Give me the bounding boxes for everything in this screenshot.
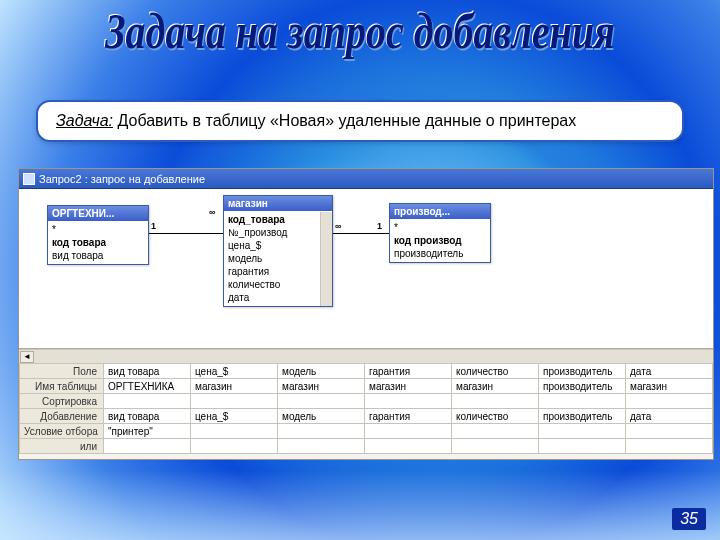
field[interactable]: №_производ <box>228 226 328 239</box>
table-magazin-title: магазин <box>228 198 268 209</box>
task-label: Задача: <box>56 112 113 129</box>
grid-cell[interactable] <box>365 394 452 409</box>
row-label-table: Имя таблицы <box>20 379 104 394</box>
scroll-left-icon[interactable]: ◄ <box>20 351 34 363</box>
grid-cell[interactable] <box>365 424 452 439</box>
grid-cell[interactable]: магазин <box>626 379 713 394</box>
grid-cell[interactable]: магазин <box>452 379 539 394</box>
relation-line <box>333 233 389 234</box>
field[interactable]: количество <box>228 278 328 291</box>
field[interactable]: модель <box>228 252 328 265</box>
field[interactable]: * <box>52 223 144 236</box>
qbe-grid[interactable]: Поле вид товара цена_$ модель гарантия к… <box>19 363 713 454</box>
row-label-field: Поле <box>20 364 104 379</box>
table-producer-title: производ... <box>394 206 450 217</box>
relation-infinity: ∞ <box>335 221 341 231</box>
grid-cell[interactable]: количество <box>452 409 539 424</box>
task-box: Задача: Добавить в таблицу «Новая» удале… <box>36 100 684 142</box>
field[interactable]: гарантия <box>228 265 328 278</box>
table-magazin[interactable]: магазин код_товара №_производ цена_$ мод… <box>223 195 333 307</box>
design-hscroll[interactable]: ◄ <box>19 349 713 363</box>
table-orgtech[interactable]: ОРГТЕХНИ... * код товара вид товара <box>47 205 149 265</box>
relation-infinity: ∞ <box>209 207 215 217</box>
grid-cell[interactable] <box>626 439 713 454</box>
page-number: 35 <box>672 508 706 530</box>
relation-one: 1 <box>377 221 382 231</box>
grid-cell[interactable] <box>104 394 191 409</box>
grid-cell[interactable] <box>365 439 452 454</box>
window-icon <box>23 173 35 185</box>
grid-cell[interactable]: ОРГТЕХНИКА <box>104 379 191 394</box>
field[interactable]: производитель <box>394 247 486 260</box>
access-window: Запрос2 : запрос на добавление ОРГТЕХНИ.… <box>18 168 714 460</box>
field-pk[interactable]: код производ <box>394 234 486 247</box>
field[interactable]: вид товара <box>52 249 144 262</box>
grid-cell[interactable]: гарантия <box>365 364 452 379</box>
grid-cell[interactable]: гарантия <box>365 409 452 424</box>
grid-cell[interactable]: производитель <box>539 379 626 394</box>
grid-cell[interactable]: "принтер" <box>104 424 191 439</box>
field-pk[interactable]: код_товара <box>228 213 328 226</box>
grid-cell[interactable] <box>278 394 365 409</box>
grid-cell[interactable] <box>278 424 365 439</box>
grid-cell[interactable] <box>626 394 713 409</box>
grid-cell[interactable]: дата <box>626 409 713 424</box>
grid-cell[interactable]: количество <box>452 364 539 379</box>
table-orgtech-title: ОРГТЕХНИ... <box>52 208 114 219</box>
grid-cell[interactable]: модель <box>278 409 365 424</box>
grid-cell[interactable]: дата <box>626 364 713 379</box>
grid-cell[interactable]: вид товара <box>104 364 191 379</box>
row-label-or: или <box>20 439 104 454</box>
relation-one: 1 <box>151 221 156 231</box>
window-titlebar[interactable]: Запрос2 : запрос на добавление <box>19 169 713 189</box>
grid-cell[interactable] <box>452 439 539 454</box>
decorative-glow <box>0 470 720 540</box>
relation-line <box>149 233 223 234</box>
field[interactable]: дата <box>228 291 328 304</box>
grid-cell[interactable]: модель <box>278 364 365 379</box>
grid-cell[interactable] <box>104 439 191 454</box>
grid-cell[interactable] <box>278 439 365 454</box>
grid-cell[interactable] <box>191 439 278 454</box>
grid-cell[interactable]: цена_$ <box>191 364 278 379</box>
task-text: Добавить в таблицу «Новая» удаленные дан… <box>113 112 576 129</box>
grid-cell[interactable] <box>191 394 278 409</box>
row-label-criteria: Условие отбора <box>20 424 104 439</box>
field[interactable]: цена_$ <box>228 239 328 252</box>
grid-cell[interactable] <box>452 394 539 409</box>
grid-cell[interactable]: вид товара <box>104 409 191 424</box>
grid-cell[interactable] <box>626 424 713 439</box>
grid-cell[interactable]: магазин <box>278 379 365 394</box>
field[interactable]: * <box>394 221 486 234</box>
field-pk[interactable]: код товара <box>52 236 144 249</box>
row-label-sort: Сортировка <box>20 394 104 409</box>
window-title: Запрос2 : запрос на добавление <box>39 173 205 185</box>
grid-cell[interactable]: цена_$ <box>191 409 278 424</box>
table-producer[interactable]: производ... * код производ производитель <box>389 203 491 263</box>
row-label-append: Добавление <box>20 409 104 424</box>
grid-cell[interactable]: производитель <box>539 364 626 379</box>
table-scrollbar[interactable] <box>320 212 332 306</box>
grid-cell[interactable] <box>539 439 626 454</box>
grid-cell[interactable]: магазин <box>365 379 452 394</box>
grid-cell[interactable] <box>539 394 626 409</box>
grid-cell[interactable]: магазин <box>191 379 278 394</box>
grid-cell[interactable]: производитель <box>539 409 626 424</box>
grid-cell[interactable] <box>452 424 539 439</box>
grid-cell[interactable] <box>191 424 278 439</box>
grid-cell[interactable] <box>539 424 626 439</box>
relationship-pane[interactable]: ОРГТЕХНИ... * код товара вид товара мага… <box>19 189 713 349</box>
slide-title: Задача на запрос добавления <box>0 2 720 61</box>
